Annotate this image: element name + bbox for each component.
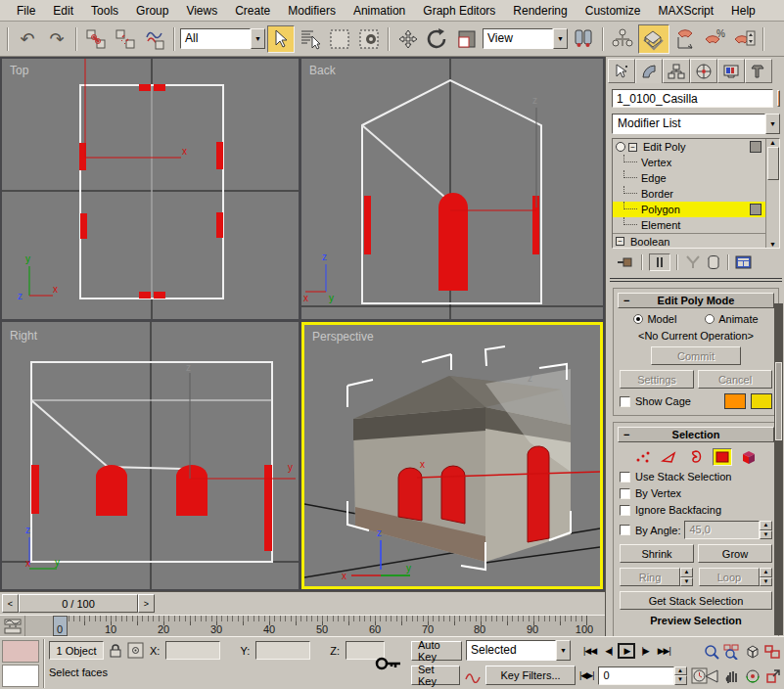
select-and-move-icon[interactable] [394,25,422,53]
collapse-icon[interactable]: − [616,237,624,246]
edit-poly-mode-header[interactable]: − Edit Poly Mode [618,293,774,308]
time-slider-button[interactable]: 0 / 100 [19,594,138,613]
configure-modifier-sets-icon[interactable] [735,254,753,270]
key-filters-button[interactable]: Key Filters... [485,666,576,685]
bind-to-space-warp-icon[interactable] [141,25,168,53]
selection-filter-dropdown[interactable]: All ▼ [180,28,265,49]
stack-item-edge[interactable]: Edge [613,170,779,186]
stack-item-polygon[interactable]: Polygon [613,202,779,217]
auto-key-button[interactable]: Auto Key [411,641,462,661]
use-stack-selection-checkbox[interactable] [620,472,630,482]
by-angle-spinner[interactable]: ▲▼ [760,521,772,539]
zoom-extents-icon[interactable] [742,639,762,664]
selection-lock-icon[interactable] [110,643,121,658]
commit-button[interactable]: Commit [651,346,741,365]
loop-spinner[interactable]: ▲▼ [760,568,772,586]
vertex-mode-icon[interactable] [633,448,653,466]
cancel-button[interactable]: Cancel [698,370,772,389]
polygon-mode-icon[interactable] [713,448,732,466]
zoom-extents-all-icon[interactable] [762,639,783,664]
mini-curve-editor-button[interactable] [0,616,25,636]
stack-item-boolean[interactable]: − Boolean [613,233,779,249]
time-forward-button[interactable]: > [138,594,155,613]
gizmo-toggle[interactable] [750,204,761,215]
selection-header[interactable]: − Selection [618,427,774,442]
tab-modify-icon[interactable] [635,59,663,83]
select-object-button[interactable] [267,25,295,53]
scroll-down-icon[interactable]: ▼ [769,241,776,248]
maxscript-mini-listener[interactable] [2,665,39,687]
chevron-down-icon[interactable]: ▼ [765,114,780,134]
get-stack-selection-button[interactable]: Get Stack Selection [620,591,772,610]
percent-snap-toggle-icon[interactable]: % [701,25,728,53]
use-pivot-point-center-icon[interactable] [570,25,597,53]
set-keys-button[interactable] [370,641,407,686]
remove-modifier-icon[interactable] [706,254,721,270]
menu-animation[interactable]: Animation [345,1,414,21]
window-crossing-toggle-icon[interactable] [355,25,383,53]
arc-rotate-icon[interactable] [742,664,762,688]
viewport-back[interactable]: z z x y Back [301,59,603,319]
current-frame-field[interactable]: 0 [598,666,674,685]
scroll-thumb[interactable] [767,147,779,180]
menu-graph-editors[interactable]: Graph Editors [414,1,504,21]
tab-display-icon[interactable] [717,59,745,83]
stack-item-element[interactable]: Element [613,217,779,233]
key-mode-toggle[interactable]: |◀▶| [579,670,594,680]
ignore-backfacing-checkbox[interactable] [620,505,630,516]
viewport-perspective[interactable]: x z z x y Perspective [301,322,603,589]
stack-item-border[interactable]: Border [613,186,779,202]
panel-scroll-thumb[interactable] [775,362,782,440]
chevron-down-icon[interactable]: ▼ [251,28,265,49]
show-end-result-button[interactable] [649,253,670,271]
menu-views[interactable]: Views [177,1,226,21]
visibility-bulb-icon[interactable] [616,142,625,152]
track-bar-ruler[interactable]: 0 10 20 30 40 50 60 70 80 90 100 [25,616,605,636]
reference-coordinate-dropdown[interactable]: View ▼ [483,28,568,49]
menu-maxscript[interactable]: MAXScript [649,1,722,21]
time-back-button[interactable]: < [2,594,19,613]
element-mode-icon[interactable] [739,448,759,466]
viewport-right[interactable]: y z z y x Right [2,322,299,589]
cage-color-swatch[interactable] [724,393,746,409]
cage-selected-color-swatch[interactable] [751,393,772,409]
tab-hierarchy-icon[interactable] [663,59,690,83]
selection-set-dropdown[interactable]: Selected ▼ [466,640,571,661]
make-unique-icon[interactable] [684,254,702,270]
edge-mode-icon[interactable] [660,448,679,466]
menu-customize[interactable]: Customize [576,1,650,21]
menu-tools[interactable]: Tools [82,1,127,21]
zoom-icon[interactable] [701,639,721,664]
shrink-button[interactable]: Shrink [620,544,694,563]
stack-scrollbar[interactable]: ▲ ▼ [765,139,779,248]
chevron-down-icon[interactable]: ▼ [553,28,568,49]
show-cage-checkbox[interactable] [620,396,630,407]
frame-spinner[interactable]: ▲▼ [674,666,687,685]
absolute-offset-toggle-icon[interactable] [127,642,144,659]
loop-button[interactable]: Loop [699,568,760,586]
by-vertex-checkbox[interactable] [620,488,630,499]
spinner-snap-toggle-icon[interactable] [730,25,758,53]
menu-modifiers[interactable]: Modifiers [279,1,345,21]
stack-item-edit-poly[interactable]: − Edit Poly [613,139,779,155]
menu-create[interactable]: Create [226,1,279,21]
chevron-down-icon[interactable]: ▼ [556,640,571,661]
rectangular-selection-region-icon[interactable] [326,25,353,53]
panel-scrollbar[interactable] [774,303,783,635]
min-max-toggle-icon[interactable] [762,664,783,688]
play-button[interactable]: ▶ [618,643,635,659]
set-key-button[interactable]: Set Key [411,666,460,685]
track-bar[interactable]: 0 10 20 30 40 50 60 70 80 90 100 [0,615,605,636]
modifier-list-dropdown[interactable]: Modifier List ▼ [612,114,780,134]
gizmo-toggle[interactable] [750,141,761,153]
pin-stack-icon[interactable] [616,254,635,270]
object-name-field[interactable] [612,89,773,108]
menu-help[interactable]: Help [722,1,764,21]
zoom-all-icon[interactable] [721,639,742,664]
menu-rendering[interactable]: Rendering [504,1,576,21]
menu-edit[interactable]: Edit [44,1,82,21]
select-and-link-icon[interactable] [82,25,110,53]
stack-item-vertex[interactable]: Vertex [613,155,779,170]
scroll-up-icon[interactable]: ▲ [769,139,776,146]
angle-snap-toggle-icon[interactable] [671,25,699,53]
